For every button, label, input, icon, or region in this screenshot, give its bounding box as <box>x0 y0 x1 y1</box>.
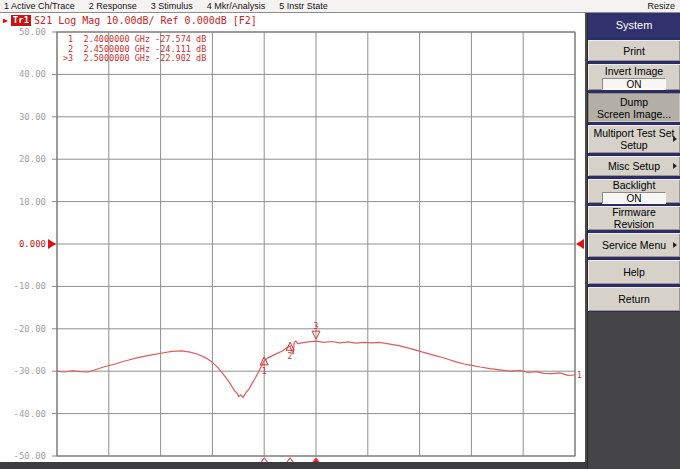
softkey-backlight[interactable]: BacklightON <box>588 177 680 204</box>
softkey-firmware-revision[interactable]: FirmwareRevision <box>588 204 680 231</box>
submenu-arrow-icon <box>673 163 677 169</box>
softkey-label: Multiport Test Set <box>594 127 675 139</box>
menubar-item-1[interactable]: 1 Active Ch/Trace <box>4 1 75 11</box>
sidebar-filler <box>588 312 680 469</box>
softkey-print[interactable]: Print <box>588 38 680 62</box>
softkey-label: Setup <box>620 139 647 151</box>
ref-level-left-icon <box>48 239 56 249</box>
softkey-label: Misc Setup <box>608 160 660 172</box>
ref-level-right-icon <box>576 239 584 249</box>
trace-number-label: 1 <box>577 371 582 380</box>
softkey-label: Service Menu <box>602 239 666 251</box>
marker-3-label: 3 <box>314 322 319 331</box>
softkey-label: Help <box>623 266 645 278</box>
y-axis-label: -40.00 <box>0 409 46 419</box>
measurement-plot: 1123 <box>0 13 587 462</box>
softkey-label: System <box>616 19 653 31</box>
menubar-item-2[interactable]: 2 Response <box>89 1 137 11</box>
y-axis-label: 30.00 <box>0 112 46 122</box>
softkey-return[interactable]: Return <box>588 285 680 312</box>
softkey-multiport-test-set-setup[interactable]: Multiport Test SetSetup <box>588 123 680 154</box>
submenu-arrow-icon <box>673 242 677 248</box>
softkey-label: Revision <box>614 218 654 230</box>
menubar-item-4[interactable]: 4 Mkr/Analysis <box>207 1 266 11</box>
softkey-menu: SystemPrintInvert ImageONDumpScreen Imag… <box>587 13 680 469</box>
instrument-screen: ▶ Tr1 S21 Log Mag 10.00dB/ Ref 0.000dB [… <box>0 13 587 469</box>
marker-readout-table: 1 2.4000000 GHz -27.574 dB 2 2.4500000 G… <box>63 35 206 64</box>
y-axis-label: 40.00 <box>0 69 46 79</box>
y-axis-label: -10.00 <box>0 281 46 291</box>
y-axis-label: 50.00 <box>0 27 46 37</box>
softkey-help[interactable]: Help <box>588 258 680 285</box>
marker-2-label: 2 <box>288 352 293 361</box>
menu-bar: 1 Active Ch/Trace2 Response3 Stimulus4 M… <box>0 0 680 13</box>
resize-button[interactable]: Resize <box>647 1 675 11</box>
softkey-label: Print <box>623 45 645 57</box>
y-axis-label: -50.00 <box>0 451 46 461</box>
softkey-state-value: ON <box>602 78 666 90</box>
screen-bottom-bar <box>0 462 587 469</box>
menubar-item-5[interactable]: 5 Instr State <box>279 1 328 11</box>
softkey-service-menu[interactable]: Service Menu <box>588 231 680 258</box>
vna-screenshot: { "menubar": { "items": ["1 Active Ch/Tr… <box>0 0 680 469</box>
marker-readout-row: >3 2.5000000 GHz -22.902 dB <box>63 54 206 64</box>
menubar-item-3[interactable]: 3 Stimulus <box>151 1 193 11</box>
softkey-label: Invert Image <box>605 65 663 77</box>
softkey-state-value: ON <box>602 192 666 204</box>
y-axis-label: -20.00 <box>0 324 46 334</box>
submenu-arrow-icon <box>673 136 677 142</box>
softkey-invert-image[interactable]: Invert ImageON <box>588 62 680 91</box>
marker-1-label: 1 <box>262 367 267 376</box>
softkey-label: Firmware <box>612 206 656 218</box>
softkey-misc-setup[interactable]: Misc Setup <box>588 154 680 177</box>
softkey-label: Dump <box>620 96 648 108</box>
softkey-label: Return <box>618 293 650 305</box>
y-axis-label: 20.00 <box>0 154 46 164</box>
y-axis-label: -30.00 <box>0 366 46 376</box>
softkey-dump-screen-image[interactable]: DumpScreen Image... <box>588 91 680 123</box>
softkey-label: Backlight <box>613 179 656 191</box>
y-axis-label: 10.00 <box>0 197 46 207</box>
y-axis-label: 0.000 <box>0 239 46 249</box>
softkey-label: Screen Image... <box>597 108 671 120</box>
softkey-header-system: System <box>588 13 680 38</box>
